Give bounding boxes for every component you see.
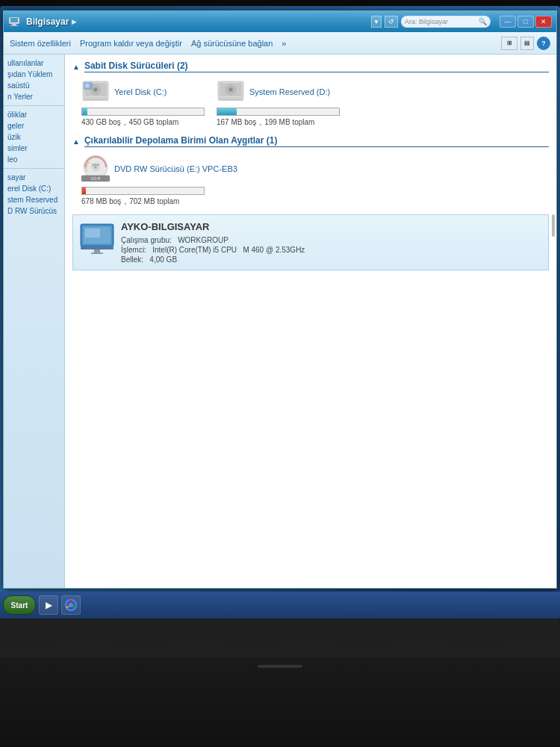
workgroup-label: Çalışma grubu: [121,236,172,244]
progress-bar-e [81,187,205,195]
taskbar-icon-chrome[interactable] [61,595,81,615]
dvd-icon: CD-R CD-R [81,153,110,185]
sidebar: ullanılanlar şıdan Yüklem saüstü n Yerle… [4,55,65,588]
svg-text:⊞: ⊞ [85,83,90,88]
svg-rect-1 [10,18,18,22]
dropdown-arrow[interactable]: ▼ [371,16,382,28]
svg-rect-3 [10,25,18,26]
sidebar-item-kullanılanlar[interactable]: ullanılanlar [4,58,64,69]
svg-rect-9 [83,98,108,101]
hdd-icon-c: ⊞ [81,78,110,105]
explorer-window: Bilgisayar ▶ ▼ ↺ Ara: Bilgisayar 🔍 — [3,10,557,589]
svg-point-8 [95,89,96,90]
svg-rect-17 [218,98,243,101]
scroll-bar[interactable] [552,214,555,237]
disk-name-e: DVD RW Sürücüsü (E:) VPC-EB3 [114,164,237,173]
monitor-icon [79,223,115,264]
progress-bar-c [81,108,205,116]
svg-rect-30 [91,252,103,254]
hard-disk-section: ▲ Sabit Disk Sürücüleri (2) [72,61,549,126]
toolbar: Sistem özellikleri Program kaldır veya d… [4,32,556,55]
sidebar-item-muzik[interactable]: üzik [4,131,64,143]
sidebar-item-geler[interactable]: geler [4,120,64,131]
svg-rect-27 [85,229,100,238]
search-box[interactable]: Ara: Bilgisayar 🔍 [401,16,491,28]
hard-disk-section-title: Sabit Disk Sürücüleri (2) [84,61,549,72]
toolbar-program[interactable]: Program kaldır veya değiştir [80,39,182,48]
removable-section-title: Çıkarılabilir Depolama Birimi Olan Aygıt… [84,135,549,147]
sidebar-item-d[interactable]: stem Reserved [4,194,64,205]
computer-name: AYKO-BILGISAYAR [121,221,305,232]
section-triangle-removable[interactable]: ▲ [72,137,80,146]
memory-label: Bellek: [121,255,143,264]
breadcrumb-text: Bilgisayar [26,16,69,27]
sidebar-item-resimler[interactable]: simler [4,143,64,154]
computer-icon [8,16,20,28]
start-button[interactable]: Start [3,595,36,615]
toolbar-more[interactable]: » [281,39,286,48]
taskbar-icon-player[interactable]: ▶ [39,595,58,615]
disk-total-d: 199 MB toplam [264,118,314,126]
svg-rect-29 [94,249,100,252]
svg-text:CD-R: CD-R [92,163,99,167]
processor-value: Intel(R) Core(TM) i5 CPU [152,246,237,254]
hdd-icon-d [217,78,245,105]
taskbar: Start ▶ [0,592,560,619]
disk-free-c: 430 GB boş [81,118,121,126]
content-area: ▲ Sabit Disk Sürücüleri (2) [65,55,556,588]
workgroup-value: WORKGROUP [178,236,228,244]
sidebar-item-e[interactable]: D RW Sürücüs [4,205,64,217]
sidebar-item-oliklar[interactable]: öliklar [4,109,64,120]
disk-item-d[interactable]: System Reserved (D:) 167 MB boş , 199 MB… [217,78,340,126]
sidebar-item-video[interactable]: leo [4,154,64,165]
help-icon[interactable]: ? [537,37,550,50]
disk-item-c[interactable]: ⊞ Yerel Disk (C:) 430 GB boş [81,78,205,126]
search-placeholder: Ara: Bilgisayar [405,18,448,25]
breadcrumb-arrow: ▶ [72,18,77,25]
svg-point-32 [69,603,73,607]
disk-free-d: 167 MB boş [217,118,256,126]
svg-point-16 [230,89,231,90]
disk-total-c: 450 GB toplam [129,118,179,126]
disk-free-e: 678 MB boş [81,197,121,205]
maximize-button[interactable]: □ [517,16,534,28]
computer-info-text: AYKO-BILGISAYAR Çalışma grubu: WORKGROUP… [121,221,305,264]
processor-detail: M 460 @ 2.53GHz [243,246,305,254]
sidebar-item-c[interactable]: erel Disk (C:) [4,183,64,194]
view-options-icon[interactable]: ⊞ [501,37,517,50]
minimize-button[interactable]: — [500,16,516,28]
toolbar-sistem[interactable]: Sistem özellikleri [10,39,71,48]
sidebar-item-yukleme[interactable]: şıdan Yüklem [4,69,64,80]
svg-text:CD-R: CD-R [91,176,101,181]
sidebar-item-masaustu[interactable]: saüstü [4,80,64,91]
search-icon: 🔍 [479,18,487,25]
sidebar-item-bilgisayar[interactable]: sayar [4,172,64,183]
title-bar: Bilgisayar ▶ ▼ ↺ Ara: Bilgisayar 🔍 — [4,11,556,32]
desktop: Bilgisayar ▶ ▼ ↺ Ara: Bilgisayar 🔍 — [0,6,560,619]
refresh-button[interactable]: ↺ [385,16,398,28]
memory-value: 4,00 GB [149,255,177,264]
section-triangle-hdd[interactable]: ▲ [72,63,80,71]
svg-rect-2 [12,24,16,25]
layout-icon[interactable]: ▤ [520,37,534,50]
processor-label: İşlemci: [121,246,146,254]
disk-total-e: 702 MB toplam [129,197,179,205]
disk-name-c: Yerel Disk (C:) [114,87,167,96]
sidebar-item-yerler[interactable]: n Yerler [4,91,64,102]
removable-section: ▲ Çıkarılabilir Depolama Birimi Olan Ayg… [72,135,549,205]
close-button[interactable]: ✕ [535,16,552,28]
svg-rect-28 [81,247,113,249]
toolbar-ag[interactable]: Ağ sürücüsüne bağlan [191,39,273,48]
disk-name-d: System Reserved (D:) [249,87,330,96]
progress-bar-d [217,108,340,116]
disk-item-e[interactable]: CD-R CD-R DVD RW Sürücüsü (E:) VPC-EB3 [81,153,549,205]
computer-info-panel: AYKO-BILGISAYAR Çalışma grubu: WORKGROUP… [72,214,549,270]
